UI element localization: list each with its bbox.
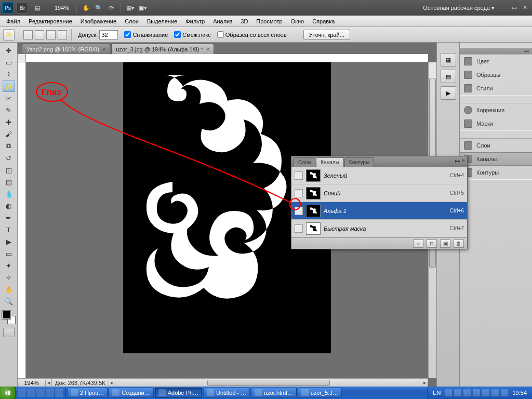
magic-wand-tool-icon[interactable]: ✨	[3, 81, 15, 92]
tab-channels[interactable]: Каналы	[316, 157, 344, 167]
nav-left-icon[interactable]: ◂	[46, 379, 52, 386]
channel-row[interactable]: Зеленый Ctrl+4	[291, 167, 467, 184]
shape-tool-icon[interactable]: ▭	[3, 248, 15, 259]
menu-file[interactable]: Файл	[2, 17, 24, 26]
zoom-tool-icon[interactable]: 🔍	[3, 296, 15, 307]
task-button[interactable]: Untitled - …	[203, 388, 250, 398]
ql-icon[interactable]	[27, 389, 35, 397]
hand-tool-icon[interactable]: ✋	[3, 284, 15, 295]
menu-view[interactable]: Просмотр	[252, 17, 286, 26]
tray-icon[interactable]	[491, 389, 499, 396]
tray-icon[interactable]	[454, 389, 461, 396]
channels-panel[interactable]: Слои Каналы Контуры ▸▸ ≡ Зеленый Ctrl+4 …	[291, 156, 468, 249]
blur-tool-icon[interactable]: 💧	[3, 188, 15, 200]
hand-tool-icon[interactable]: ✋	[81, 3, 91, 13]
panel-tab-masks[interactable]: Маски	[460, 117, 532, 130]
close-icon[interactable]: ×	[102, 46, 105, 52]
tray-icon[interactable]	[501, 389, 508, 396]
task-button[interactable]: Создани…	[109, 388, 154, 398]
menu-select[interactable]: Выделение	[143, 17, 181, 26]
zoom-level[interactable]: 194%	[55, 5, 69, 11]
panel-tab-styles[interactable]: Стили	[460, 82, 532, 95]
visibility-toggle[interactable]	[295, 171, 303, 180]
close-icon[interactable]: ×	[206, 46, 209, 52]
panel-tab-channels[interactable]: Каналы	[460, 152, 532, 166]
ruler-vertical[interactable]	[18, 62, 26, 378]
channel-row[interactable]: Синий Ctrl+5	[291, 184, 467, 202]
stamp-tool-icon[interactable]: ⧉	[3, 140, 15, 152]
eraser-tool-icon[interactable]: ◫	[3, 164, 15, 176]
ruler-horizontal[interactable]	[26, 54, 428, 62]
save-selection-icon[interactable]: ◘	[427, 240, 437, 248]
quick-mask-toggle[interactable]	[3, 328, 15, 337]
zoom-readout[interactable]: 194%	[18, 380, 46, 386]
visibility-toggle[interactable]: 👁	[295, 207, 303, 215]
close-button[interactable]: ✕	[521, 4, 529, 11]
menu-edit[interactable]: Редактирование	[24, 17, 76, 26]
antialias-checkbox[interactable]: Сглаживание	[124, 31, 168, 38]
restore-button[interactable]: ▭	[510, 4, 518, 11]
panel-collapse-icon[interactable]: ◂◂	[460, 48, 532, 54]
channel-row[interactable]: Быстрая маска Ctrl+7	[291, 220, 467, 237]
tray-icon[interactable]	[463, 389, 471, 396]
panel-tab-color[interactable]: Цвет	[460, 55, 532, 68]
tray-icon[interactable]	[445, 389, 452, 396]
3d-camera-tool-icon[interactable]: ✧	[3, 272, 15, 283]
type-tool-icon[interactable]: T	[3, 224, 15, 235]
current-tool-icon[interactable]: ✨	[3, 29, 15, 41]
horizontal-scrollbar[interactable]	[115, 379, 422, 387]
zoom-tool-icon[interactable]: 🔍	[94, 3, 104, 13]
start-button[interactable]	[0, 387, 16, 399]
panel-tab-swatches[interactable]: Образцы	[460, 68, 532, 82]
panel-icon[interactable]: ▦	[441, 53, 456, 66]
arrange-docs-icon[interactable]: ▦▾	[125, 3, 136, 13]
panel-icon[interactable]: ▶	[441, 86, 456, 100]
intersect-selection-icon[interactable]	[58, 30, 67, 39]
task-button[interactable]: uzor_5.J…	[298, 388, 342, 398]
visibility-toggle[interactable]	[295, 189, 303, 197]
channel-row[interactable]: 👁 Альфа 1 Ctrl+6	[291, 202, 467, 220]
panel-tab-adjustments[interactable]: Коррекция	[460, 103, 532, 117]
healing-tool-icon[interactable]: ✚	[3, 116, 15, 128]
film-icon[interactable]: ▤	[32, 3, 43, 13]
pen-tool-icon[interactable]: ✒	[3, 212, 15, 223]
task-button[interactable]: uzor.html…	[251, 388, 297, 398]
panel-menu-icon[interactable]: ▸▸ ≡	[455, 158, 465, 164]
panel-icon[interactable]: ▤	[441, 70, 456, 83]
tab-paths[interactable]: Контуры	[344, 157, 374, 167]
menu-filter[interactable]: Фильтр	[181, 17, 209, 26]
menu-3d[interactable]: 3D	[236, 17, 252, 26]
new-selection-icon[interactable]	[23, 30, 33, 39]
load-selection-icon[interactable]: ○	[413, 240, 423, 248]
add-selection-icon[interactable]	[35, 30, 44, 39]
3d-tool-icon[interactable]: ✦	[3, 260, 15, 271]
doc-tab[interactable]: Узор2.png @ 100% (RGB/8)×	[22, 44, 110, 54]
delete-channel-icon[interactable]: 🗑	[454, 240, 464, 248]
panel-tab-paths[interactable]: Контуры	[460, 166, 532, 179]
color-swatches[interactable]	[2, 311, 16, 324]
tab-layers[interactable]: Слои	[294, 157, 315, 167]
tolerance-input[interactable]	[99, 30, 118, 39]
subtract-selection-icon[interactable]	[46, 30, 56, 39]
workspace-switcher[interactable]: Основная рабочая среда ▾	[423, 5, 495, 11]
marquee-tool-icon[interactable]: ▭	[3, 57, 15, 68]
brush-tool-icon[interactable]: 🖌	[3, 128, 15, 140]
lasso-tool-icon[interactable]: ⌇	[3, 69, 15, 80]
new-channel-icon[interactable]: ▣	[440, 240, 450, 248]
menu-help[interactable]: Справка	[308, 17, 339, 26]
task-button[interactable]: 2 Пров…	[67, 388, 108, 398]
ql-icon[interactable]	[18, 389, 26, 397]
tray-icon[interactable]	[473, 389, 480, 396]
refine-edge-button[interactable]: Уточн. край...	[303, 30, 350, 40]
ql-icon[interactable]	[46, 389, 54, 397]
task-button[interactable]: Adobe Ph…	[155, 388, 202, 398]
panel-tab-layers[interactable]: Слои	[460, 139, 532, 152]
bridge-logo-icon[interactable]: Br	[17, 2, 28, 14]
ql-icon[interactable]	[36, 389, 45, 397]
visibility-toggle[interactable]	[295, 224, 303, 233]
rotate-view-icon[interactable]: ⟳	[106, 3, 116, 13]
move-tool-icon[interactable]: ✥	[3, 45, 15, 56]
eyedropper-tool-icon[interactable]: ✎	[3, 104, 15, 116]
menu-window[interactable]: Окно	[287, 17, 309, 26]
doc-tab[interactable]: uzor_3.jpg @ 194% (Альфа 1/8) *×	[111, 44, 214, 54]
